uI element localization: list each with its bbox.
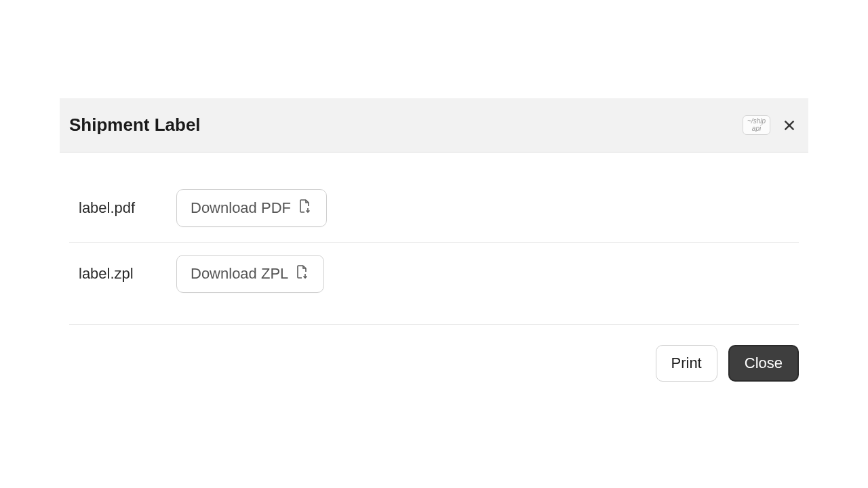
print-button[interactable]: Print [656, 345, 717, 382]
download-pdf-label: Download PDF [191, 199, 291, 217]
modal-footer: Print Close [60, 325, 808, 382]
modal-header: Shipment Label ~/ship api [60, 98, 808, 152]
close-button[interactable]: Close [728, 345, 799, 382]
close-icon[interactable] [780, 116, 799, 135]
modal-title: Shipment Label [69, 115, 201, 136]
file-row-pdf: label.pdf Download PDF [69, 177, 799, 243]
modal-body: label.pdf Download PDF label.zpl Downloa… [60, 152, 808, 325]
file-name-label: label.pdf [79, 199, 149, 217]
download-zpl-label: Download ZPL [191, 265, 288, 283]
badge-line-2: api [747, 125, 766, 133]
file-row-zpl: label.zpl Download ZPL [69, 243, 799, 308]
file-download-icon [294, 264, 310, 284]
download-zpl-button[interactable]: Download ZPL [176, 255, 324, 293]
ship-api-badge[interactable]: ~/ship api [743, 115, 770, 135]
header-actions: ~/ship api [743, 115, 799, 135]
badge-line-1: ~/ship [747, 118, 766, 125]
download-pdf-button[interactable]: Download PDF [176, 189, 327, 227]
file-download-icon [296, 198, 313, 218]
shipment-label-modal: Shipment Label ~/ship api label.pdf Down… [60, 98, 808, 382]
file-name-label: label.zpl [79, 265, 149, 283]
